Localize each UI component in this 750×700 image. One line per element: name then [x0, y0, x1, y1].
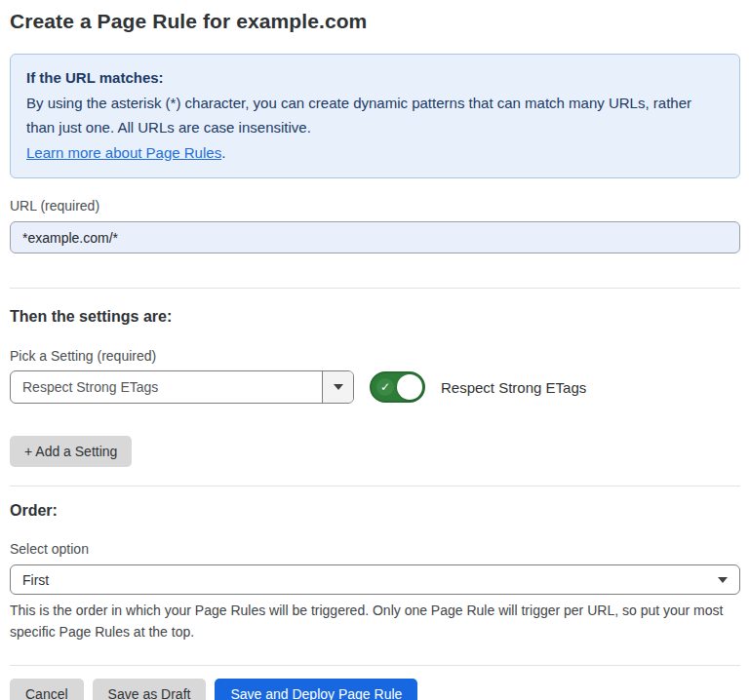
setting-toggle-label: Respect Strong ETags [441, 379, 586, 396]
order-select-label: Select option [10, 541, 740, 557]
info-box-link-line: Learn more about Page Rules. [26, 140, 724, 166]
add-setting-button[interactable]: + Add a Setting [10, 436, 132, 467]
section-divider [10, 288, 740, 289]
info-box-body: By using the asterisk (*) character, you… [26, 91, 724, 140]
learn-more-link[interactable]: Learn more about Page Rules [26, 144, 221, 161]
check-icon: ✓ [376, 378, 394, 396]
page-title: Create a Page Rule for example.com [10, 10, 740, 33]
info-box-heading: If the URL matches: [26, 65, 724, 91]
page-rule-form: Create a Page Rule for example.com If th… [0, 10, 750, 700]
setting-select-value: Respect Strong ETags [11, 371, 322, 403]
footer-divider [10, 665, 740, 666]
save-draft-button[interactable]: Save as Draft [93, 679, 207, 700]
order-select-value: First [22, 572, 49, 588]
save-deploy-button[interactable]: Save and Deploy Page Rule [215, 679, 417, 700]
setting-select[interactable]: Respect Strong ETags [10, 370, 354, 404]
section-divider [10, 486, 740, 486]
footer-actions: Cancel Save as Draft Save and Deploy Pag… [10, 679, 740, 700]
pick-setting-label: Pick a Setting (required) [10, 348, 740, 364]
setting-select-caret-button[interactable] [322, 371, 353, 403]
setting-toggle[interactable]: ✓ [370, 371, 425, 403]
chevron-down-icon [718, 577, 728, 583]
url-match-info-box: If the URL matches: By using the asteris… [10, 54, 740, 178]
url-field-label: URL (required) [10, 198, 740, 214]
toggle-knob [397, 374, 422, 400]
order-help-text: This is the order in which your Page Rul… [10, 601, 736, 642]
cancel-button[interactable]: Cancel [10, 679, 84, 700]
order-select[interactable]: First [10, 564, 740, 595]
url-input[interactable] [10, 221, 740, 253]
order-section-heading: Order: [10, 502, 740, 520]
setting-row: Respect Strong ETags ✓ Respect Strong ET… [10, 370, 740, 404]
settings-section-heading: Then the settings are: [10, 308, 740, 326]
chevron-down-icon [334, 384, 343, 390]
link-suffix: . [221, 144, 225, 161]
